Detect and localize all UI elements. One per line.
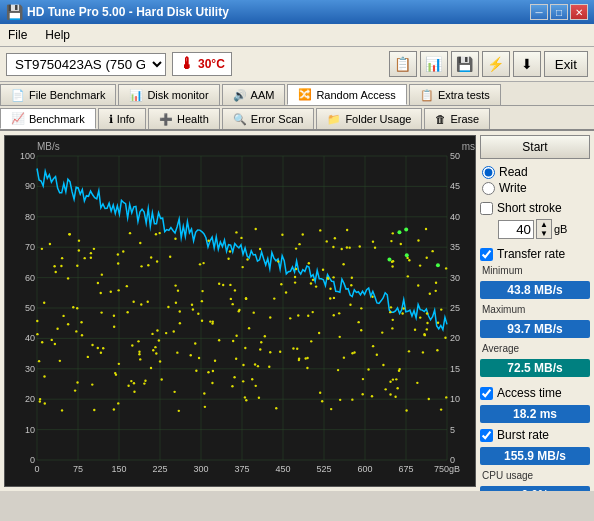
stroke-spin: ▲ ▼ — [536, 219, 552, 239]
maximum-label: Maximum — [480, 304, 590, 315]
maximum-value: 93.7 MB/s — [480, 320, 590, 338]
cpu-usage-value: 6.0% — [480, 486, 590, 491]
tab-erase[interactable]: 🗑 Erase — [424, 108, 490, 129]
access-time-label: Access time — [497, 386, 562, 400]
exit-button[interactable]: Exit — [544, 51, 588, 77]
menu-file[interactable]: File — [4, 26, 31, 44]
short-stroke-label: Short stroke — [497, 201, 562, 215]
minimum-label: Minimum — [480, 265, 590, 276]
health-icon: ➕ — [159, 113, 173, 126]
aam-icon: 🔊 — [233, 89, 247, 102]
tab-extra-tests[interactable]: 📋 Extra tests — [409, 84, 501, 105]
access-time-checkbox-item: Access time — [480, 386, 590, 400]
tabs-row2: 📈 Benchmark ℹ Info ➕ Health 🔍 Error Scan… — [0, 106, 594, 131]
stroke-unit: gB — [554, 223, 567, 235]
main-content: Start Read Write Short stroke ▲ ▼ gB — [0, 131, 594, 491]
minimum-value: 43.8 MB/s — [480, 281, 590, 299]
short-stroke-checkbox-item: Short stroke — [480, 201, 590, 215]
menu-help[interactable]: Help — [41, 26, 74, 44]
write-label: Write — [499, 181, 527, 195]
burst-rate-value: 155.9 MB/s — [480, 447, 590, 465]
toolbar-btn-3[interactable]: 💾 — [451, 51, 479, 77]
drive-select[interactable]: ST9750423AS (750 GB) — [6, 53, 166, 76]
toolbar: ST9750423AS (750 GB) 🌡 30°C 📋 📊 💾 ⚡ ⬇ Ex… — [0, 47, 594, 82]
access-time-value: 18.2 ms — [480, 405, 590, 423]
tab-aam[interactable]: 🔊 AAM — [222, 84, 286, 105]
disk-monitor-icon: 📊 — [129, 89, 143, 102]
short-stroke-checkbox[interactable] — [480, 202, 493, 215]
transfer-rate-label: Transfer rate — [497, 247, 565, 261]
read-radio[interactable] — [482, 166, 495, 179]
tab-disk-monitor[interactable]: 📊 Disk monitor — [118, 84, 219, 105]
tab-file-benchmark[interactable]: 📄 File Benchmark — [0, 84, 116, 105]
extra-tests-icon: 📋 — [420, 89, 434, 102]
write-radio[interactable] — [482, 182, 495, 195]
read-label: Read — [499, 165, 528, 179]
window-title: HD Tune Pro 5.00 - Hard Disk Utility — [27, 5, 229, 19]
file-benchmark-icon: 📄 — [11, 89, 25, 102]
maximize-button[interactable]: □ — [550, 4, 568, 20]
tab-folder-usage[interactable]: 📁 Folder Usage — [316, 108, 422, 129]
stroke-up-button[interactable]: ▲ — [537, 220, 551, 229]
error-scan-icon: 🔍 — [233, 113, 247, 126]
tabs-row1: 📄 File Benchmark 📊 Disk monitor 🔊 AAM 🔀 … — [0, 82, 594, 106]
burst-rate-label: Burst rate — [497, 428, 549, 442]
burst-rate-checkbox-item: Burst rate — [480, 428, 590, 442]
title-controls: ─ □ ✕ — [530, 4, 588, 20]
toolbar-btn-2[interactable]: 📊 — [420, 51, 448, 77]
average-label: Average — [480, 343, 590, 354]
transfer-rate-checkbox-item: Transfer rate — [480, 247, 590, 261]
transfer-rate-checkbox[interactable] — [480, 248, 493, 261]
erase-icon: 🗑 — [435, 113, 446, 125]
folder-usage-icon: 📁 — [327, 113, 341, 126]
temperature-display: 🌡 30°C — [172, 52, 232, 76]
title-bar: 💾 HD Tune Pro 5.00 - Hard Disk Utility ─… — [0, 0, 594, 24]
app-icon: 💾 — [6, 4, 23, 20]
toolbar-icons: 📋 📊 💾 ⚡ ⬇ Exit — [389, 51, 588, 77]
tab-info[interactable]: ℹ Info — [98, 108, 146, 129]
burst-rate-checkbox[interactable] — [480, 429, 493, 442]
info-icon: ℹ — [109, 113, 113, 126]
random-access-icon: 🔀 — [298, 88, 312, 101]
average-value: 72.5 MB/s — [480, 359, 590, 377]
title-bar-left: 💾 HD Tune Pro 5.00 - Hard Disk Utility — [6, 4, 229, 20]
stroke-input-row: ▲ ▼ gB — [480, 219, 590, 239]
tab-error-scan[interactable]: 🔍 Error Scan — [222, 108, 315, 129]
stroke-number-input[interactable] — [498, 220, 534, 239]
thermometer-icon: 🌡 — [179, 55, 195, 73]
minimize-button[interactable]: ─ — [530, 4, 548, 20]
menu-bar: File Help — [0, 24, 594, 47]
read-write-group: Read Write — [480, 163, 590, 197]
benchmark-chart — [5, 136, 476, 487]
cpu-usage-label: CPU usage — [480, 470, 590, 481]
benchmark-icon: 📈 — [11, 112, 25, 125]
write-radio-item[interactable]: Write — [482, 181, 588, 195]
chart-area — [4, 135, 476, 487]
temperature-value: 30°C — [198, 57, 225, 71]
tab-random-access[interactable]: 🔀 Random Access — [287, 84, 406, 105]
toolbar-btn-4[interactable]: ⚡ — [482, 51, 510, 77]
start-button[interactable]: Start — [480, 135, 590, 159]
right-panel: Start Read Write Short stroke ▲ ▼ gB — [480, 135, 590, 487]
access-time-checkbox[interactable] — [480, 387, 493, 400]
tab-health[interactable]: ➕ Health — [148, 108, 220, 129]
stroke-down-button[interactable]: ▼ — [537, 229, 551, 238]
tab-benchmark[interactable]: 📈 Benchmark — [0, 108, 96, 129]
toolbar-btn-5[interactable]: ⬇ — [513, 51, 541, 77]
toolbar-btn-1[interactable]: 📋 — [389, 51, 417, 77]
read-radio-item[interactable]: Read — [482, 165, 588, 179]
close-button[interactable]: ✕ — [570, 4, 588, 20]
